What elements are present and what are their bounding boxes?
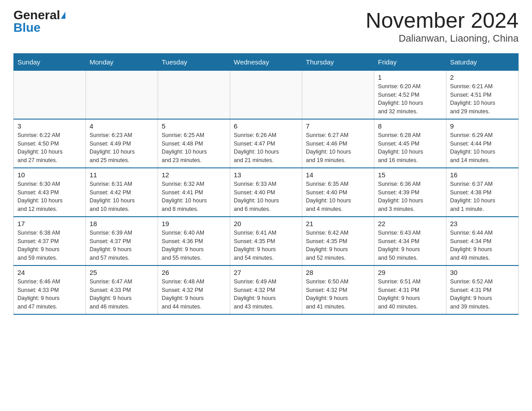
day-number: 23: [450, 220, 515, 227]
calendar-day-cell: 15Sunrise: 6:36 AM Sunset: 4:39 PM Dayli…: [374, 168, 446, 217]
day-info: Sunrise: 6:47 AM Sunset: 4:33 PM Dayligh…: [90, 278, 154, 311]
day-number: 24: [17, 269, 82, 276]
day-number: 29: [378, 269, 442, 276]
day-info: Sunrise: 6:29 AM Sunset: 4:44 PM Dayligh…: [450, 131, 515, 165]
calendar-day-cell: 30Sunrise: 6:52 AM Sunset: 4:31 PM Dayli…: [446, 265, 519, 314]
day-number: 27: [234, 269, 298, 276]
calendar-day-cell: 17Sunrise: 6:38 AM Sunset: 4:37 PM Dayli…: [14, 217, 86, 265]
calendar-day-cell: 19Sunrise: 6:40 AM Sunset: 4:36 PM Dayli…: [158, 217, 230, 265]
day-info: Sunrise: 6:32 AM Sunset: 4:41 PM Dayligh…: [162, 180, 226, 214]
day-number: 17: [17, 220, 82, 227]
calendar-day-cell: 25Sunrise: 6:47 AM Sunset: 4:33 PM Dayli…: [86, 265, 158, 314]
day-info: Sunrise: 6:33 AM Sunset: 4:40 PM Dayligh…: [234, 180, 298, 214]
calendar-week-row: 1Sunrise: 6:20 AM Sunset: 4:52 PM Daylig…: [14, 70, 519, 119]
page-subtitle: Dalianwan, Liaoning, China: [365, 33, 519, 44]
day-number: 2: [450, 73, 515, 81]
day-info: Sunrise: 6:52 AM Sunset: 4:31 PM Dayligh…: [450, 278, 515, 311]
day-info: Sunrise: 6:51 AM Sunset: 4:31 PM Dayligh…: [378, 278, 442, 311]
day-info: Sunrise: 6:30 AM Sunset: 4:43 PM Dayligh…: [17, 180, 82, 214]
day-info: Sunrise: 6:49 AM Sunset: 4:32 PM Dayligh…: [234, 278, 298, 311]
calendar-day-cell: 24Sunrise: 6:46 AM Sunset: 4:33 PM Dayli…: [14, 265, 86, 314]
day-number: 21: [306, 220, 370, 227]
calendar-week-row: 3Sunrise: 6:22 AM Sunset: 4:50 PM Daylig…: [14, 119, 519, 168]
day-number: 11: [90, 171, 154, 179]
day-info: Sunrise: 6:35 AM Sunset: 4:40 PM Dayligh…: [306, 180, 370, 214]
calendar-day-cell: [230, 70, 302, 119]
day-info: Sunrise: 6:23 AM Sunset: 4:49 PM Dayligh…: [90, 131, 154, 165]
day-info: Sunrise: 6:40 AM Sunset: 4:36 PM Dayligh…: [162, 229, 226, 262]
weekday-header-sunday: Sunday: [14, 53, 86, 70]
day-info: Sunrise: 6:36 AM Sunset: 4:39 PM Dayligh…: [378, 180, 442, 214]
logo-blue-text: Blue: [13, 21, 41, 34]
day-number: 30: [450, 269, 515, 276]
weekday-header-monday: Monday: [86, 53, 158, 70]
day-number: 19: [162, 220, 226, 227]
logo-triangle-icon: [61, 12, 65, 19]
day-number: 28: [306, 269, 370, 276]
day-number: 14: [306, 171, 370, 179]
calendar-day-cell: 21Sunrise: 6:42 AM Sunset: 4:35 PM Dayli…: [302, 217, 374, 265]
day-info: Sunrise: 6:48 AM Sunset: 4:32 PM Dayligh…: [162, 278, 226, 311]
day-number: 12: [162, 171, 226, 179]
logo-general-text: General: [13, 9, 60, 21]
title-block: November 2024 Dalianwan, Liaoning, China: [365, 9, 519, 44]
calendar-day-cell: 5Sunrise: 6:25 AM Sunset: 4:48 PM Daylig…: [158, 119, 230, 168]
day-info: Sunrise: 6:37 AM Sunset: 4:38 PM Dayligh…: [450, 180, 515, 214]
weekday-header-wednesday: Wednesday: [230, 53, 302, 70]
calendar-header: SundayMondayTuesdayWednesdayThursdayFrid…: [14, 53, 519, 70]
calendar-week-row: 10Sunrise: 6:30 AM Sunset: 4:43 PM Dayli…: [14, 168, 519, 217]
day-info: Sunrise: 6:31 AM Sunset: 4:42 PM Dayligh…: [90, 180, 154, 214]
calendar-week-row: 24Sunrise: 6:46 AM Sunset: 4:33 PM Dayli…: [14, 265, 519, 314]
calendar-day-cell: 18Sunrise: 6:39 AM Sunset: 4:37 PM Dayli…: [86, 217, 158, 265]
day-number: 6: [234, 122, 298, 130]
day-info: Sunrise: 6:42 AM Sunset: 4:35 PM Dayligh…: [306, 229, 370, 262]
day-info: Sunrise: 6:20 AM Sunset: 4:52 PM Dayligh…: [378, 82, 442, 116]
calendar-day-cell: 22Sunrise: 6:43 AM Sunset: 4:34 PM Dayli…: [374, 217, 446, 265]
day-number: 5: [162, 122, 226, 130]
calendar-day-cell: 1Sunrise: 6:20 AM Sunset: 4:52 PM Daylig…: [374, 70, 446, 119]
calendar-day-cell: 26Sunrise: 6:48 AM Sunset: 4:32 PM Dayli…: [158, 265, 230, 314]
weekday-header-thursday: Thursday: [302, 53, 374, 70]
day-number: 8: [378, 122, 442, 130]
calendar-day-cell: 23Sunrise: 6:44 AM Sunset: 4:34 PM Dayli…: [446, 217, 519, 265]
calendar-day-cell: 16Sunrise: 6:37 AM Sunset: 4:38 PM Dayli…: [446, 168, 519, 217]
calendar-day-cell: 20Sunrise: 6:41 AM Sunset: 4:35 PM Dayli…: [230, 217, 302, 265]
day-number: 10: [17, 171, 82, 179]
day-number: 9: [450, 122, 515, 130]
calendar-day-cell: 29Sunrise: 6:51 AM Sunset: 4:31 PM Dayli…: [374, 265, 446, 314]
calendar-day-cell: 12Sunrise: 6:32 AM Sunset: 4:41 PM Dayli…: [158, 168, 230, 217]
day-info: Sunrise: 6:39 AM Sunset: 4:37 PM Dayligh…: [90, 229, 154, 262]
calendar-day-cell: 11Sunrise: 6:31 AM Sunset: 4:42 PM Dayli…: [86, 168, 158, 217]
calendar-day-cell: [14, 70, 86, 119]
weekday-header-friday: Friday: [374, 53, 446, 70]
day-number: 1: [378, 73, 442, 81]
day-info: Sunrise: 6:21 AM Sunset: 4:51 PM Dayligh…: [450, 82, 515, 116]
calendar-day-cell: 3Sunrise: 6:22 AM Sunset: 4:50 PM Daylig…: [14, 119, 86, 168]
day-number: 3: [17, 122, 82, 130]
day-number: 15: [378, 171, 442, 179]
calendar-week-row: 17Sunrise: 6:38 AM Sunset: 4:37 PM Dayli…: [14, 217, 519, 265]
day-number: 20: [234, 220, 298, 227]
day-number: 25: [90, 269, 154, 276]
page-header: General Blue November 2024 Dalianwan, Li…: [13, 9, 519, 44]
calendar-day-cell: 28Sunrise: 6:50 AM Sunset: 4:32 PM Dayli…: [302, 265, 374, 314]
calendar-day-cell: [86, 70, 158, 119]
day-number: 7: [306, 122, 370, 130]
calendar-day-cell: 2Sunrise: 6:21 AM Sunset: 4:51 PM Daylig…: [446, 70, 519, 119]
day-number: 18: [90, 220, 154, 227]
calendar-day-cell: 4Sunrise: 6:23 AM Sunset: 4:49 PM Daylig…: [86, 119, 158, 168]
calendar-day-cell: 8Sunrise: 6:28 AM Sunset: 4:45 PM Daylig…: [374, 119, 446, 168]
weekday-header-tuesday: Tuesday: [158, 53, 230, 70]
calendar-day-cell: 9Sunrise: 6:29 AM Sunset: 4:44 PM Daylig…: [446, 119, 519, 168]
weekday-header-row: SundayMondayTuesdayWednesdayThursdayFrid…: [14, 53, 519, 70]
day-info: Sunrise: 6:46 AM Sunset: 4:33 PM Dayligh…: [17, 278, 82, 311]
day-info: Sunrise: 6:26 AM Sunset: 4:47 PM Dayligh…: [234, 131, 298, 165]
calendar-day-cell: [302, 70, 374, 119]
calendar-day-cell: 10Sunrise: 6:30 AM Sunset: 4:43 PM Dayli…: [14, 168, 86, 217]
calendar-day-cell: 7Sunrise: 6:27 AM Sunset: 4:46 PM Daylig…: [302, 119, 374, 168]
day-number: 4: [90, 122, 154, 130]
calendar-table: SundayMondayTuesdayWednesdayThursdayFrid…: [13, 53, 519, 315]
day-number: 16: [450, 171, 515, 179]
day-number: 26: [162, 269, 226, 276]
day-info: Sunrise: 6:43 AM Sunset: 4:34 PM Dayligh…: [378, 229, 442, 262]
